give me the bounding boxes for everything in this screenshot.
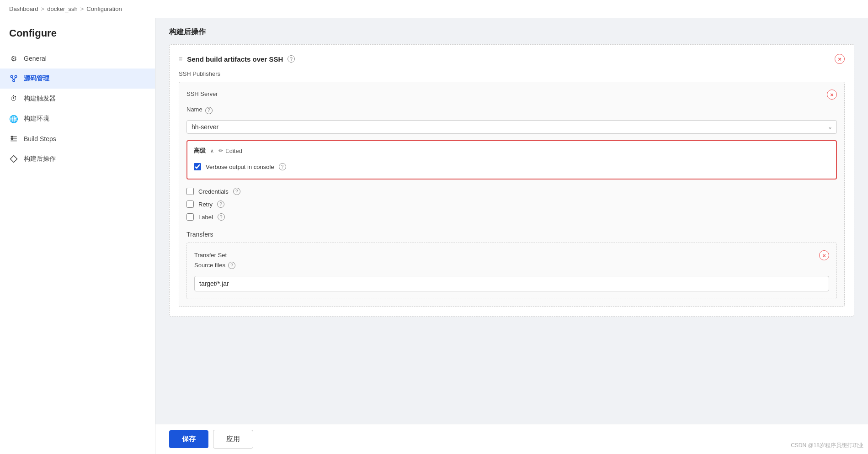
- transfer-set-title: Transfer Set: [194, 250, 235, 260]
- source-files-input[interactable]: [194, 276, 829, 291]
- gear-icon: ⚙: [9, 54, 18, 63]
- credentials-label: Credentials: [198, 188, 229, 195]
- apply-button[interactable]: 应用: [213, 430, 253, 449]
- label-checkbox[interactable]: [186, 213, 194, 221]
- source-files-row: Source files ?: [194, 260, 235, 270]
- sidebar-item-general[interactable]: ⚙ General: [0, 48, 155, 69]
- svg-point-8: [11, 136, 13, 137]
- diamond-icon: [9, 154, 18, 164]
- sidebar-item-build-steps[interactable]: Build Steps: [0, 129, 155, 149]
- name-label: Name: [186, 106, 202, 113]
- sidebar-title: Configure: [0, 27, 155, 48]
- svg-point-9: [11, 138, 13, 140]
- breadcrumb-dashboard[interactable]: Dashboard: [9, 5, 38, 12]
- name-help-icon[interactable]: ?: [205, 107, 213, 114]
- breadcrumb-sep-2: >: [80, 5, 84, 12]
- send-artifacts-card: ≡ Send build artifacts over SSH ? × SSH …: [169, 44, 854, 317]
- sidebar-item-label: General: [24, 55, 47, 62]
- steps-icon: [9, 134, 18, 143]
- edited-text: Edited: [225, 148, 242, 154]
- advanced-section: 高级 ∧ ✏ Edited Verbose output in console …: [186, 140, 837, 179]
- source-mgmt-icon: [9, 74, 18, 83]
- layout: Configure ⚙ General 源码管理 ⏱ 构建触发器 🌐 构建环境: [0, 18, 868, 454]
- pencil-icon: ✏: [218, 148, 223, 154]
- label-help-icon[interactable]: ?: [218, 213, 225, 221]
- top-bar: Dashboard > docker_ssh > Configuration: [0, 0, 868, 18]
- transfer-set-card: Transfer Set Source files ? ×: [186, 243, 837, 299]
- retry-checkbox[interactable]: [186, 201, 194, 208]
- inner-card-close-button[interactable]: ×: [827, 90, 837, 100]
- clock-icon: ⏱: [9, 94, 18, 103]
- transfer-card-close-button[interactable]: ×: [819, 250, 829, 260]
- card-close-button[interactable]: ×: [835, 54, 845, 64]
- ssh-server-card: SSH Server × Name ? hh-server ⌄: [179, 82, 845, 307]
- card-header: ≡ Send build artifacts over SSH ? ×: [179, 54, 845, 64]
- verbose-checkbox[interactable]: [194, 163, 201, 170]
- server-select-wrapper[interactable]: hh-server ⌄: [186, 120, 837, 134]
- watermark: CSDN @18岁程序员想打职业: [791, 442, 863, 449]
- globe-icon: 🌐: [9, 114, 18, 123]
- sidebar-item-post-build[interactable]: 构建后操作: [0, 149, 155, 169]
- sidebar-item-label: Build Steps: [24, 135, 56, 143]
- breadcrumb-docker-ssh[interactable]: docker_ssh: [47, 5, 77, 12]
- svg-point-0: [11, 75, 13, 78]
- svg-point-2: [13, 79, 15, 82]
- sidebar-item-build-trigger[interactable]: ⏱ 构建触发器: [0, 89, 155, 109]
- hamburger-icon: ≡: [179, 55, 182, 63]
- card-title: Send build artifacts over SSH: [187, 55, 283, 63]
- sidebar-item-build-env[interactable]: 🌐 构建环境: [0, 109, 155, 129]
- inner-card-header: SSH Server ×: [186, 90, 837, 100]
- edited-label: ✏ Edited: [218, 148, 242, 154]
- credentials-checkbox[interactable]: [186, 188, 194, 195]
- server-section-header-left: SSH Server: [186, 90, 218, 99]
- ssh-publishers-label: SSH Publishers: [179, 70, 845, 77]
- credentials-checkbox-row: Credentials ?: [186, 185, 837, 198]
- card-header-left: ≡ Send build artifacts over SSH ?: [179, 55, 295, 63]
- retry-help-icon[interactable]: ?: [217, 201, 224, 208]
- footer-bar: 保存 应用: [155, 424, 868, 454]
- label-checkbox-row: Label ?: [186, 211, 837, 223]
- advanced-header: 高级 ∧ ✏ Edited: [194, 147, 830, 155]
- sidebar-item-label: 构建环境: [24, 115, 49, 123]
- source-files-help-icon[interactable]: ?: [228, 262, 235, 269]
- svg-line-4: [14, 78, 16, 80]
- advanced-chevron-icon[interactable]: ∧: [210, 148, 214, 154]
- transfer-titles: Transfer Set Source files ?: [194, 250, 235, 270]
- card-title-help-icon[interactable]: ?: [288, 55, 295, 63]
- transfer-card-header: Transfer Set Source files ? ×: [194, 250, 829, 270]
- svg-point-1: [15, 75, 17, 78]
- credentials-help-icon[interactable]: ?: [233, 188, 240, 195]
- svg-line-3: [12, 78, 14, 80]
- sidebar-item-label: 构建后操作: [24, 155, 56, 163]
- breadcrumb-sep-1: >: [41, 5, 45, 12]
- server-name-row: Name ?: [186, 106, 837, 115]
- retry-checkbox-row: Retry ?: [186, 198, 837, 211]
- sidebar-item-label: 源码管理: [24, 74, 49, 83]
- server-select[interactable]: hh-server: [186, 120, 837, 134]
- verbose-checkbox-row: Verbose output in console ?: [194, 160, 830, 173]
- verbose-label: Verbose output in console: [206, 164, 274, 170]
- svg-marker-10: [11, 156, 17, 163]
- verbose-help-icon[interactable]: ?: [279, 163, 286, 170]
- main-content: 构建后操作 ≡ Send build artifacts over SSH ? …: [155, 18, 868, 454]
- breadcrumb-configuration: Configuration: [86, 5, 122, 12]
- advanced-label: 高级: [194, 147, 206, 155]
- save-button[interactable]: 保存: [169, 430, 208, 448]
- ssh-server-label: SSH Server: [186, 90, 218, 97]
- sidebar: Configure ⚙ General 源码管理 ⏱ 构建触发器 🌐 构建环境: [0, 18, 155, 454]
- transfers-label: Transfers: [186, 231, 837, 238]
- sidebar-item-label: 构建触发器: [24, 95, 56, 103]
- sidebar-item-source-mgmt[interactable]: 源码管理: [0, 69, 155, 89]
- retry-label: Retry: [198, 201, 213, 208]
- source-files-label: Source files: [194, 260, 225, 270]
- section-title: 构建后操作: [169, 27, 854, 37]
- label-checkbox-label: Label: [198, 214, 213, 221]
